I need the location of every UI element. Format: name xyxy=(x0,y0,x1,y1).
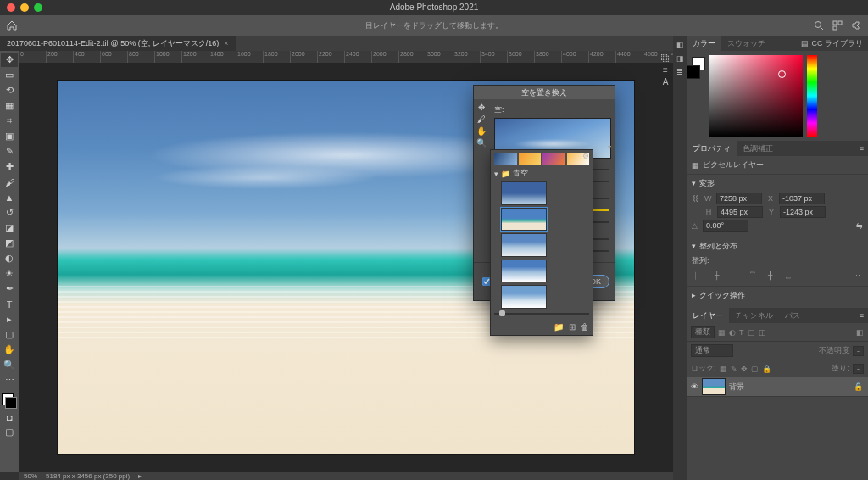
align-top-icon[interactable]: ⎴ xyxy=(745,269,759,282)
angle-field[interactable]: 0.00° xyxy=(703,220,748,232)
preset-cat-sunset[interactable] xyxy=(519,153,542,165)
dlg-hand-tool[interactable]: ✋ xyxy=(476,126,487,136)
filter-smart-icon[interactable]: ◫ xyxy=(759,328,766,337)
bg-swatch[interactable] xyxy=(687,65,700,79)
x-field[interactable]: -1037 px xyxy=(779,193,825,204)
flip-h-icon[interactable]: ⇆ xyxy=(856,221,863,230)
panel-menu-icon[interactable]: ≡ xyxy=(855,144,868,153)
history-brush-tool[interactable]: ↺ xyxy=(1,205,18,220)
screenmode-icon[interactable]: ▢ xyxy=(1,425,18,439)
shape-tool[interactable]: ▢ xyxy=(1,327,18,342)
hand-tool[interactable]: ✋ xyxy=(1,343,18,357)
move-tool[interactable]: ✥ xyxy=(1,53,18,67)
opacity-field[interactable]: - xyxy=(853,346,864,356)
dlg-move-tool[interactable]: ✥ xyxy=(478,103,485,112)
dialog-title[interactable]: 空を置き換え xyxy=(474,86,615,99)
document-tab[interactable]: 20170601-P6010114-Edit-2.tif @ 50% (空, レ… xyxy=(0,36,236,51)
object-select-tool[interactable]: ▦ xyxy=(1,98,18,113)
quick-actions-title[interactable]: クイック操作 xyxy=(699,291,745,299)
healing-tool[interactable]: ✚ xyxy=(1,159,18,174)
edit-toolbar-icon[interactable]: ⋯ xyxy=(1,373,18,388)
close-tab-icon[interactable]: × xyxy=(224,39,228,47)
marquee-tool[interactable]: ▭ xyxy=(1,68,18,82)
tab-channels[interactable]: チャンネル xyxy=(729,308,779,323)
brush-tool[interactable]: 🖌 xyxy=(1,175,18,189)
type-align-icon[interactable]: A xyxy=(663,77,669,87)
filter-toggle-icon[interactable]: ◧ xyxy=(856,328,864,337)
lock-pos-icon[interactable]: ✥ xyxy=(741,365,748,373)
align-bottom-icon[interactable]: ⎵ xyxy=(781,269,794,282)
status-chevron-icon[interactable]: ▸ xyxy=(138,472,142,480)
preset-thumb-1[interactable] xyxy=(501,181,547,205)
eyedropper-tool[interactable]: ✎ xyxy=(1,144,18,159)
background-color[interactable] xyxy=(5,397,17,409)
y-field[interactable]: -1243 px xyxy=(780,206,826,218)
frame-tool[interactable]: ▣ xyxy=(1,129,18,143)
tab-paths[interactable]: パス xyxy=(779,308,806,323)
blend-mode-select[interactable]: 通常 xyxy=(691,344,733,357)
preset-cat-dramatic[interactable] xyxy=(542,153,565,165)
align-vcenter-icon[interactable]: ╋ xyxy=(763,269,776,282)
eraser-tool[interactable]: ◪ xyxy=(1,220,18,235)
preset-thumb-2[interactable] xyxy=(501,208,547,232)
chevron-down-icon[interactable]: ▾ xyxy=(608,143,611,151)
cc-libraries-tab[interactable]: ▤ CC ライブラリ xyxy=(796,36,869,51)
rail-layers-icon[interactable]: ≣ xyxy=(676,68,683,76)
layer-thumbnail[interactable] xyxy=(702,378,726,395)
layer-row[interactable]: 👁 背景 🔒 xyxy=(687,377,868,397)
layer-name[interactable]: 背景 xyxy=(729,382,744,393)
align-left-icon[interactable]: ⎸ xyxy=(692,269,705,282)
tab-swatches[interactable]: スウォッチ xyxy=(721,36,771,51)
dlg-brush-tool[interactable]: 🖌 xyxy=(477,114,486,124)
align-more-icon[interactable]: ⋯ xyxy=(849,269,863,282)
align-hcenter-icon[interactable]: ┿ xyxy=(709,269,723,282)
blur-tool[interactable]: ◐ xyxy=(1,251,18,265)
path-select-tool[interactable]: ▸ xyxy=(1,312,18,327)
stamp-tool[interactable]: ▲ xyxy=(1,190,18,204)
preset-folder-blue-sky[interactable]: ▾ 📁 青空 xyxy=(494,168,589,179)
new-folder-icon[interactable]: 📁 xyxy=(554,322,564,332)
crop-tool[interactable]: ⌗ xyxy=(1,114,18,128)
zoom-tool[interactable]: 🔍 xyxy=(1,358,18,372)
rail-properties-icon[interactable]: ◨ xyxy=(676,54,684,63)
workspace-icon[interactable] xyxy=(832,20,843,31)
hue-slider[interactable] xyxy=(807,55,817,137)
preset-thumb-3[interactable] xyxy=(501,233,547,257)
preset-thumb-5[interactable] xyxy=(501,285,547,309)
tab-layers[interactable]: レイヤー xyxy=(687,308,729,323)
lock-paint-icon[interactable]: ✎ xyxy=(731,365,737,373)
preset-size-slider[interactable] xyxy=(494,313,589,317)
link-wh-icon[interactable]: ⛓ xyxy=(692,194,699,203)
align-right-icon[interactable]: ⎹ xyxy=(727,269,741,282)
filter-pixel-icon[interactable]: ▦ xyxy=(718,328,726,337)
width-field[interactable]: 7258 px xyxy=(716,193,762,204)
transform-controls-icon[interactable]: ⿻ xyxy=(661,53,670,63)
tab-properties[interactable]: プロパティ xyxy=(687,141,737,156)
height-field[interactable]: 4495 px xyxy=(717,206,763,218)
tab-adjustments[interactable]: 色調補正 xyxy=(737,141,779,156)
quickmask-icon[interactable]: ◘ xyxy=(1,410,18,424)
color-swatch[interactable] xyxy=(2,393,17,409)
filter-adjust-icon[interactable]: ◐ xyxy=(729,328,736,337)
align-icon[interactable]: ≡ xyxy=(663,65,668,75)
filter-kind-select[interactable]: 種類 xyxy=(691,326,715,338)
search-icon[interactable] xyxy=(814,20,824,31)
tab-color[interactable]: カラー xyxy=(687,36,721,51)
gradient-tool[interactable]: ◩ xyxy=(1,236,18,250)
dodge-tool[interactable]: ☀ xyxy=(1,266,18,281)
type-tool[interactable]: T xyxy=(1,297,18,311)
gear-icon[interactable]: ⚙ xyxy=(582,152,589,160)
zoom-level[interactable]: 50% xyxy=(24,472,37,480)
delete-preset-icon[interactable]: 🗑 xyxy=(581,322,589,332)
lock-nest-icon[interactable]: ▢ xyxy=(751,365,759,373)
lasso-tool[interactable]: ⟲ xyxy=(1,83,18,98)
panel-menu-icon[interactable]: ≡ xyxy=(855,311,868,320)
preset-thumb-4[interactable] xyxy=(501,260,547,283)
new-preset-icon[interactable]: ⊞ xyxy=(569,322,576,332)
lock-trans-icon[interactable]: ▦ xyxy=(720,365,727,373)
filter-type-icon[interactable]: T xyxy=(739,328,744,337)
visibility-icon[interactable]: 👁 xyxy=(687,382,702,391)
lock-all-icon[interactable]: 🔒 xyxy=(762,365,771,373)
rail-color-icon[interactable]: ◧ xyxy=(676,41,684,49)
pen-tool[interactable]: ✒ xyxy=(1,282,18,296)
